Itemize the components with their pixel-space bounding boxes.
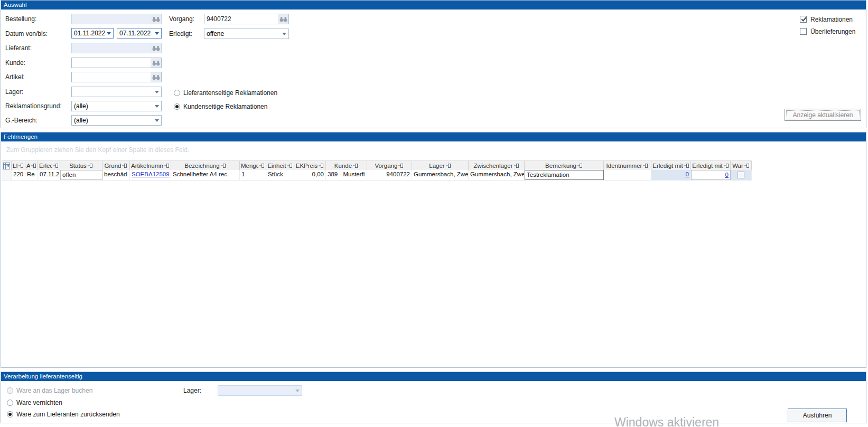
column-header[interactable]: Bemerkung — [525, 161, 604, 170]
war-checkbox[interactable] — [738, 172, 744, 178]
anzeige-aktualisieren-button[interactable]: Anzeige aktualisieren — [785, 109, 861, 121]
radio-kundenseitige-reklamationen[interactable] — [174, 103, 180, 110]
pin-icon[interactable] — [446, 163, 451, 168]
column-header[interactable]: Lager — [412, 161, 469, 170]
ausfuehren-button[interactable]: Ausführen — [788, 409, 847, 422]
erledigt-mit-link[interactable]: 0 — [725, 172, 729, 178]
column-header[interactable]: Grund — [102, 161, 130, 170]
chevron-down-icon — [155, 32, 159, 35]
radio-ware-vernichten[interactable] — [7, 400, 13, 406]
chevron-down-icon — [155, 91, 159, 93]
gbereich-select[interactable]: (alle) — [71, 115, 162, 126]
column-header[interactable]: Erledi — [38, 161, 60, 170]
reklamationsgrund-dropdown-button[interactable] — [153, 101, 161, 111]
artikel-field — [71, 72, 162, 82]
pin-icon[interactable] — [287, 163, 293, 168]
radio-lieferantenseitige-label[interactable]: Lieferantenseitige Reklamationen — [183, 89, 277, 97]
table-row[interactable]: 220 Re 07.11.2 offen beschäd SOEBA12509 … — [2, 170, 752, 181]
vorgang-lookup-button[interactable] — [278, 14, 288, 24]
pin-icon[interactable] — [18, 163, 24, 168]
column-header[interactable]: Kunde — [326, 161, 367, 170]
chevron-down-icon — [155, 119, 159, 122]
chevron-down-icon — [295, 390, 300, 392]
radio-ware-zuruecksenden-label[interactable]: Ware zum Lieferanten zurücksenden — [16, 411, 120, 418]
radio-ware-lager-buchen-label[interactable]: Ware an das Lager buchen — [16, 387, 92, 394]
ueberlieferungen-checkbox[interactable] — [800, 28, 807, 35]
column-header[interactable]: Ar — [25, 161, 38, 170]
column-header[interactable]: Erledigt mit — [651, 161, 691, 170]
radio-lieferantenseitige-reklamationen[interactable] — [174, 90, 180, 96]
column-header[interactable]: EKPreis — [294, 161, 326, 170]
erledigt-mit-link[interactable]: 0 — [686, 171, 689, 177]
kunde-input[interactable] — [72, 58, 151, 68]
group-by-hint: Zum Gruppieren ziehen Sie den Kopf einer… — [6, 146, 189, 154]
pin-icon[interactable] — [31, 163, 36, 168]
column-header[interactable]: Menge — [240, 161, 266, 170]
column-header[interactable]: Identnummer — [604, 161, 651, 170]
gbereich-dropdown-button[interactable] — [153, 116, 161, 125]
reklamationen-checkbox[interactable] — [800, 16, 807, 23]
pin-icon[interactable] — [319, 163, 324, 168]
datum-bis-dropdown-button[interactable] — [153, 29, 161, 38]
cell-vorgang: 9400722 — [367, 170, 412, 180]
auswahl-panel-header: Auswahl — [1, 1, 866, 10]
ueberlieferungen-checkbox-label[interactable]: Überlieferungen — [810, 28, 855, 35]
radio-ware-lager-buchen[interactable] — [7, 387, 13, 394]
pin-icon[interactable] — [88, 163, 93, 168]
reklamationen-checkbox-label[interactable]: Reklamationen — [810, 16, 853, 23]
radio-ware-vernichten-label[interactable]: Ware vernichten — [16, 399, 62, 406]
column-header[interactable]: Erledigt mit — [691, 161, 731, 170]
pin-icon[interactable] — [643, 163, 648, 168]
cell-status[interactable]: offen — [60, 170, 102, 180]
vorgang-label: Vorgang: — [169, 15, 194, 23]
cell-grund: beschäd — [102, 170, 130, 180]
lieferant-lookup-button[interactable] — [151, 43, 161, 53]
lager-select[interactable] — [71, 87, 162, 97]
pin-icon[interactable] — [259, 163, 265, 168]
cell-erledigt-datum: 07.11.2 — [38, 170, 60, 180]
pin-icon[interactable] — [164, 163, 170, 168]
datum-von-dropdown-button[interactable] — [105, 29, 113, 38]
datum-von-field[interactable]: 01.11.2022 — [71, 28, 114, 39]
radio-kundenseitige-label[interactable]: Kundenseitige Reklamationen — [183, 103, 267, 110]
radio-ware-zuruecksenden[interactable] — [7, 411, 13, 417]
cell-bemerkung[interactable]: Testreklamation — [525, 170, 604, 180]
pin-icon[interactable] — [353, 163, 358, 168]
bestellung-lookup-button[interactable] — [151, 14, 161, 24]
pin-icon[interactable] — [684, 163, 689, 168]
erledigt-dropdown-button[interactable] — [280, 29, 288, 39]
row-indicator-header[interactable] — [2, 161, 12, 170]
column-header[interactable]: Lf — [12, 161, 25, 170]
pin-icon[interactable] — [724, 163, 729, 168]
vorgang-field — [204, 14, 289, 24]
column-header[interactable]: Einheit — [266, 161, 294, 170]
verarbeitung-lager-select — [218, 385, 302, 396]
datum-label: Datum von/bis: — [5, 30, 48, 37]
cell-ar: Re — [25, 170, 38, 180]
reklamationsgrund-value: (alle) — [72, 101, 153, 111]
artikel-lookup-button[interactable] — [151, 72, 161, 82]
kunde-lookup-button[interactable] — [151, 58, 161, 68]
chevron-down-icon — [282, 33, 286, 35]
datum-bis-field[interactable]: 07.11.2022 — [117, 28, 162, 39]
column-header[interactable]: Vorgang — [367, 161, 412, 170]
pin-icon[interactable] — [53, 163, 59, 168]
artikelnummer-link[interactable]: SOEBA12509 — [132, 171, 170, 177]
column-header[interactable]: Artikelnumm — [130, 161, 171, 170]
pin-icon[interactable] — [398, 163, 404, 168]
column-header[interactable]: Status — [60, 161, 102, 170]
reklamationsgrund-select[interactable]: (alle) — [71, 101, 162, 111]
pin-icon[interactable] — [744, 163, 750, 168]
pin-icon[interactable] — [122, 163, 127, 168]
pin-icon[interactable] — [514, 163, 519, 168]
pin-icon[interactable] — [577, 163, 583, 168]
column-header[interactable]: Zwischenlager — [469, 161, 525, 170]
auswahl-panel: Auswahl Bestellung: Datum von/bis: Liefe… — [1, 0, 866, 128]
column-header[interactable]: War — [731, 161, 752, 170]
artikel-input[interactable] — [72, 72, 151, 82]
vorgang-input[interactable] — [204, 14, 278, 24]
pin-icon[interactable] — [221, 163, 226, 168]
column-header[interactable]: Bezeichnung — [171, 161, 240, 170]
erledigt-select[interactable]: offene — [204, 29, 289, 39]
lager-dropdown-button[interactable] — [153, 87, 161, 97]
